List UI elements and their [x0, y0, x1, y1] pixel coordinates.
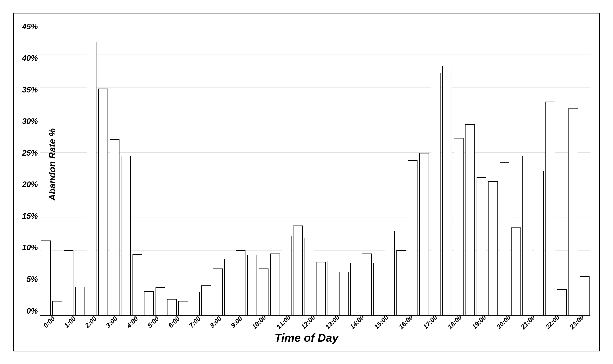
bar — [454, 138, 464, 315]
bar — [580, 276, 589, 315]
bar-group — [269, 22, 281, 316]
bar — [156, 287, 165, 315]
bar-group — [189, 22, 200, 316]
bar-group — [464, 22, 476, 316]
y-tick-labels: 0%5%10%15%20%25%30%35%40%45% — [16, 22, 38, 316]
bar-group — [545, 22, 556, 316]
y-tick-label: 5% — [16, 275, 38, 284]
bar — [52, 301, 62, 315]
y-tick-label: 0% — [16, 306, 38, 316]
bar-group — [533, 22, 545, 316]
x-axis-title: Time of Day — [14, 327, 599, 351]
bar — [511, 227, 521, 316]
bar-group — [407, 22, 419, 316]
bar-group — [224, 22, 235, 316]
bar-group — [74, 22, 86, 316]
bar-group — [338, 22, 350, 316]
bar-group — [453, 22, 465, 316]
y-tick-label: 35% — [16, 85, 38, 94]
bar-group — [384, 22, 396, 316]
bar-group — [120, 22, 132, 316]
bar-group — [487, 22, 499, 316]
bar — [121, 156, 131, 315]
y-tick-label: 15% — [16, 212, 38, 221]
bar-group — [315, 22, 327, 316]
bar-group — [556, 22, 568, 316]
bar-group — [510, 22, 522, 316]
bar — [144, 291, 154, 315]
bar — [64, 250, 73, 315]
bar — [270, 254, 280, 315]
bar-group — [246, 22, 258, 316]
bar — [98, 89, 108, 316]
y-tick-label: 30% — [16, 117, 38, 126]
bar — [305, 238, 314, 316]
bar — [362, 254, 372, 315]
y-tick-label: 40% — [16, 54, 38, 63]
bar — [465, 124, 475, 315]
bar — [396, 250, 406, 315]
bar — [569, 108, 578, 315]
bar-group — [109, 22, 120, 316]
bar-group — [212, 22, 224, 316]
chart-area: Abandon Rate % 0%5%10%15%20%25%30%35%40%… — [14, 13, 599, 316]
bar — [293, 225, 303, 316]
bar — [201, 286, 211, 315]
bar-group — [40, 22, 52, 316]
bar-group — [430, 22, 441, 316]
bar — [236, 250, 245, 315]
bar — [408, 160, 417, 315]
bar-group — [361, 22, 373, 316]
bar — [178, 301, 188, 315]
bar — [328, 261, 337, 315]
bar — [87, 42, 96, 316]
bar — [385, 231, 395, 316]
bar-group — [327, 22, 338, 316]
bar — [110, 139, 120, 315]
bar-group — [132, 22, 143, 316]
bar-group — [52, 22, 63, 316]
bar — [213, 269, 223, 315]
bar — [133, 254, 142, 315]
bar — [500, 162, 509, 315]
bar-group — [476, 22, 487, 316]
bar-group — [350, 22, 361, 316]
bar — [442, 66, 452, 316]
bar — [557, 289, 567, 315]
bar-group — [281, 22, 292, 316]
bar-group — [166, 22, 178, 316]
bar-group — [521, 22, 533, 316]
y-tick-label: 20% — [16, 180, 38, 189]
bar — [75, 287, 85, 315]
bar-group — [97, 22, 109, 316]
bar-group — [418, 22, 430, 316]
bar-group — [292, 22, 304, 316]
bar-group — [86, 22, 97, 316]
bar — [546, 102, 555, 315]
bar-group — [155, 22, 166, 316]
bar-group — [143, 22, 155, 316]
bar-group — [63, 22, 75, 316]
bar-group — [568, 22, 579, 316]
bar — [431, 73, 440, 316]
bar-group — [373, 22, 384, 316]
bar — [167, 299, 177, 315]
y-tick-label: 25% — [16, 148, 38, 157]
bar — [477, 177, 486, 316]
bar-group — [396, 22, 407, 316]
bar-group — [200, 22, 212, 316]
bar — [224, 259, 234, 315]
chart-container: Abandon Rate % 0%5%10%15%20%25%30%35%40%… — [13, 13, 600, 351]
bar-group — [441, 22, 453, 316]
bar — [488, 181, 498, 316]
bar — [534, 171, 544, 316]
bar-group — [499, 22, 510, 316]
y-tick-label: 45% — [16, 22, 38, 31]
bar — [190, 292, 200, 315]
bar — [419, 153, 429, 315]
bar — [282, 236, 292, 316]
bar-group — [235, 22, 247, 316]
bar — [373, 263, 383, 315]
bar-group — [178, 22, 189, 316]
bar — [259, 269, 268, 315]
